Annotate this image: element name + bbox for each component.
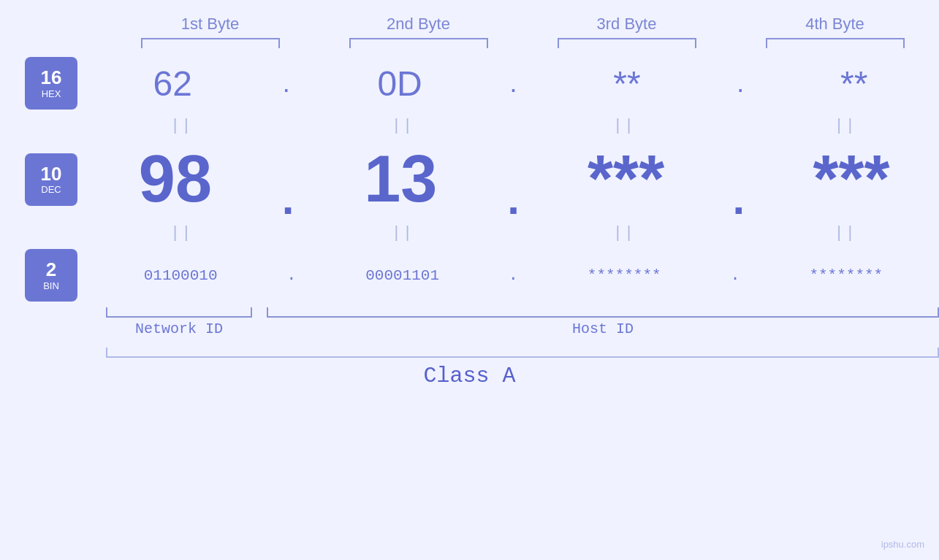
bracket-top-2	[349, 38, 488, 48]
dec-badge-number: 10	[41, 164, 62, 185]
dec-badge-label: DEC	[41, 184, 61, 195]
bin-b1: 01100010	[126, 267, 235, 284]
bin-b4: ********	[791, 267, 901, 284]
network-id-label: Network ID	[106, 321, 252, 337]
eq1-4: ||	[791, 117, 900, 135]
dec-badge: 10 DEC	[25, 153, 77, 206]
dot-hex-2: .	[509, 68, 517, 99]
eq2-3: ||	[569, 224, 679, 242]
bin-b3: ********	[569, 267, 679, 284]
dot-bin-2: .	[509, 266, 518, 285]
dot-hex-1: .	[283, 68, 290, 99]
hex-b2: 0D	[363, 64, 436, 104]
byte3-header: 3rd Byte	[550, 15, 704, 34]
eq1-2: ||	[348, 117, 457, 135]
hex-badge-number: 16	[41, 67, 62, 88]
eq1-3: ||	[569, 117, 679, 135]
hex-b3: **	[590, 64, 664, 104]
bracket-top-1	[141, 38, 280, 48]
dot-hex-3: .	[737, 68, 744, 99]
dec-b1: 98	[132, 142, 219, 217]
byte1-header: 1st Byte	[134, 15, 287, 34]
dot-bin-3: .	[730, 266, 740, 285]
hex-b4: **	[818, 64, 891, 104]
bottom-bracket-section: Network ID Host ID	[106, 307, 939, 337]
hex-badge-label: HEX	[42, 88, 61, 99]
bin-b2: 00001101	[348, 267, 457, 284]
equals-row-2: || || || ||	[0, 217, 939, 249]
bin-row: 2 BIN 01100010 . 00001101 . ******** . *…	[0, 249, 939, 302]
watermark: ipshu.com	[881, 539, 924, 550]
byte4-header: 4th Byte	[759, 15, 912, 34]
bracket-bottom-network	[106, 307, 252, 318]
overall-bracket	[106, 348, 939, 358]
bracket-bottom-host	[267, 307, 939, 318]
bracket-top-3	[558, 38, 696, 48]
bin-badge-label: BIN	[43, 280, 59, 291]
host-id-label: Host ID	[267, 321, 939, 337]
dec-b3: ***	[582, 142, 670, 217]
eq1-1: ||	[126, 117, 236, 135]
class-label: Class A	[0, 364, 939, 388]
main-container: 1st Byte 2nd Byte 3rd Byte 4th Byte 16 H…	[0, 0, 939, 560]
bin-badge-number: 2	[46, 259, 56, 280]
hex-badge: 16 HEX	[25, 57, 77, 110]
bin-badge: 2 BIN	[25, 249, 77, 302]
dec-b4: ***	[807, 142, 895, 217]
equals-row-1: || || || ||	[0, 110, 939, 142]
byte2-header: 2nd Byte	[342, 15, 495, 34]
eq2-2: ||	[348, 224, 457, 242]
hex-b1: 62	[136, 64, 209, 104]
dot-bin-1: .	[286, 266, 296, 285]
dec-b2: 13	[357, 142, 444, 217]
bracket-top-4	[766, 38, 905, 48]
dec-row: 10 DEC 98 . 13 . *** . ***	[0, 142, 939, 217]
eq2-1: ||	[126, 224, 236, 242]
eq2-4: ||	[791, 224, 900, 242]
hex-row: 16 HEX 62 . 0D . ** . **	[0, 57, 939, 110]
